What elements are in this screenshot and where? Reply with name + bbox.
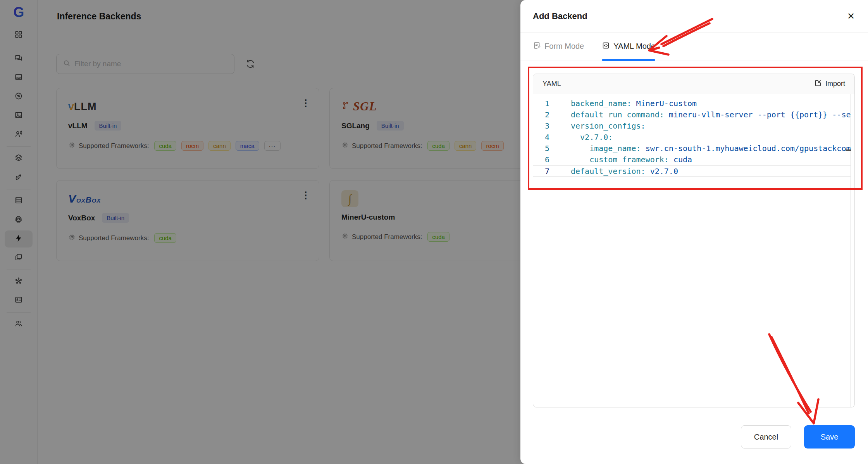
- drawer-title: Add Backend: [533, 11, 587, 21]
- code-line: 1backend_name: MinerU-custom: [533, 98, 851, 109]
- save-button[interactable]: Save: [804, 425, 855, 449]
- code-line: 5 image_name: swr.cn-south-1.myhuaweiclo…: [533, 143, 851, 154]
- code-line: 4 v2.7.0:: [533, 132, 851, 143]
- code-line: 3version_configs:: [533, 120, 851, 132]
- import-icon: [814, 79, 822, 89]
- tab-form-mode[interactable]: Form Mode: [533, 33, 584, 60]
- code-line: 6 custom_framework: cuda: [533, 154, 851, 165]
- editor-scrollbar-thumb[interactable]: [846, 150, 851, 151]
- code-icon: [602, 41, 610, 52]
- tab-yaml-mode[interactable]: YAML Mode: [602, 33, 655, 60]
- yaml-panel-label: YAML: [542, 80, 561, 88]
- yaml-editor[interactable]: YAML Import 1backend_name: MinerU-custom…: [533, 74, 855, 407]
- add-backend-drawer: Add Backend ✕ Form Mode YAML Mode YAML I…: [520, 0, 868, 464]
- close-icon[interactable]: ✕: [847, 12, 855, 21]
- mode-tabs: Form Mode YAML Mode: [520, 33, 868, 60]
- import-button[interactable]: Import: [814, 79, 845, 89]
- cancel-button[interactable]: Cancel: [741, 425, 791, 449]
- code-line-active: 7default_version: v2.7.0: [533, 165, 851, 177]
- form-icon: [533, 41, 541, 52]
- yaml-code-area[interactable]: 1backend_name: MinerU-custom 2default_ru…: [533, 94, 854, 407]
- app-window: G: [0, 0, 868, 464]
- code-line: 2default_run_command: mineru-vllm-server…: [533, 109, 851, 120]
